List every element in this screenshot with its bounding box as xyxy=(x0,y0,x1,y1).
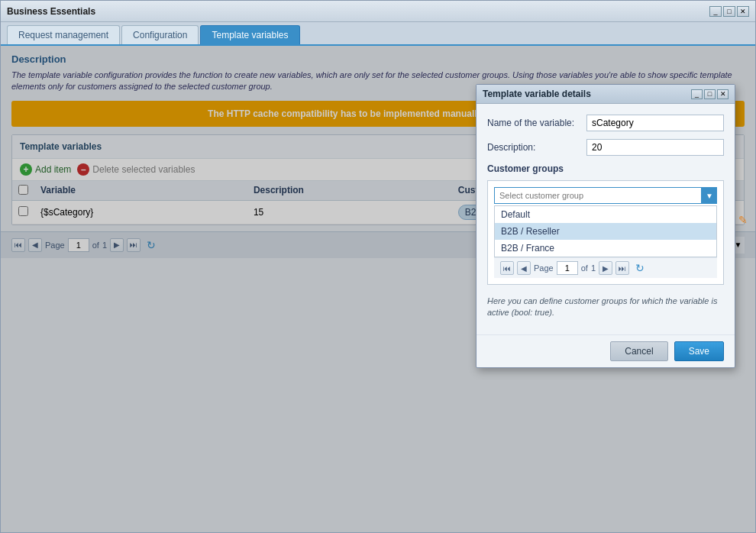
modal-pagination: ⏮ ◀ Page of 1 ▶ ⏭ ↻ xyxy=(494,257,717,278)
modal-total-pages: 1 xyxy=(591,263,596,273)
name-input[interactable] xyxy=(586,115,724,131)
modal-title-bar: Template variable details _ □ ✕ xyxy=(477,85,735,104)
description-label: Description: xyxy=(487,142,586,153)
dropdown-item-b2b-reseller[interactable]: B2B / Reseller xyxy=(495,223,716,240)
dropdown-list: Default B2B / Reseller B2B / France xyxy=(494,205,717,257)
customer-groups-section: ▼ Default B2B / Reseller B2B / France xyxy=(487,180,724,285)
maximize-button[interactable]: □ xyxy=(723,6,735,17)
window-title: Business Essentials xyxy=(7,6,95,17)
cancel-button[interactable]: Cancel xyxy=(610,341,667,361)
tab-request-management[interactable]: Request management xyxy=(7,25,120,44)
modal-prev-page[interactable]: ◀ xyxy=(517,261,531,275)
modal-last-page[interactable]: ⏭ xyxy=(615,261,629,275)
modal-page-input[interactable] xyxy=(557,261,578,275)
title-bar: Business Essentials _ □ ✕ xyxy=(1,1,755,22)
close-button[interactable]: ✕ xyxy=(737,6,749,17)
customer-groups-title: Customer groups xyxy=(487,163,724,174)
description-input[interactable] xyxy=(586,139,724,156)
modal-close-button[interactable]: ✕ xyxy=(717,89,729,99)
dropdown-item-b2b-france[interactable]: B2B / France xyxy=(495,240,716,257)
tab-configuration[interactable]: Configuration xyxy=(121,25,199,44)
modal-maximize-button[interactable]: □ xyxy=(704,89,716,99)
modal-dialog: Template variable details _ □ ✕ Name of … xyxy=(476,84,735,368)
modal-next-page[interactable]: ▶ xyxy=(599,261,612,275)
modal-controls: _ □ ✕ xyxy=(691,89,729,99)
minimize-button[interactable]: _ xyxy=(709,6,722,17)
main-content: Description The template variable config… xyxy=(1,46,755,532)
modal-footer: Cancel Save xyxy=(477,334,735,367)
customer-group-input[interactable] xyxy=(494,187,702,204)
description-field-row: Description: xyxy=(487,139,724,156)
tab-template-variables[interactable]: Template variables xyxy=(200,25,299,44)
tab-bar: Request management Configuration Templat… xyxy=(1,22,755,46)
modal-of-label: of xyxy=(581,263,588,273)
modal-minimize-button[interactable]: _ xyxy=(691,89,703,99)
modal-refresh-button[interactable]: ↻ xyxy=(635,262,645,274)
customer-group-arrow[interactable]: ▼ xyxy=(702,187,717,204)
main-window: Business Essentials _ □ ✕ Request manage… xyxy=(0,0,756,533)
modal-title: Template variable details xyxy=(483,89,591,99)
edit-icon[interactable]: ✎ xyxy=(738,214,748,226)
dropdown-item-default[interactable]: Default xyxy=(495,206,716,223)
hint-text: Here you can define customer groups for … xyxy=(487,291,724,324)
save-button[interactable]: Save xyxy=(674,341,724,361)
modal-overlay: Template variable details _ □ ✕ Name of … xyxy=(1,46,755,532)
title-bar-controls: _ □ ✕ xyxy=(709,6,749,17)
name-label: Name of the variable: xyxy=(487,118,586,128)
modal-body: Name of the variable: Description: Custo… xyxy=(477,104,735,334)
modal-page-label: Page xyxy=(534,263,554,273)
modal-first-page[interactable]: ⏮ xyxy=(500,261,514,275)
customer-group-select: ▼ xyxy=(494,187,717,204)
name-field-row: Name of the variable: xyxy=(487,115,724,131)
